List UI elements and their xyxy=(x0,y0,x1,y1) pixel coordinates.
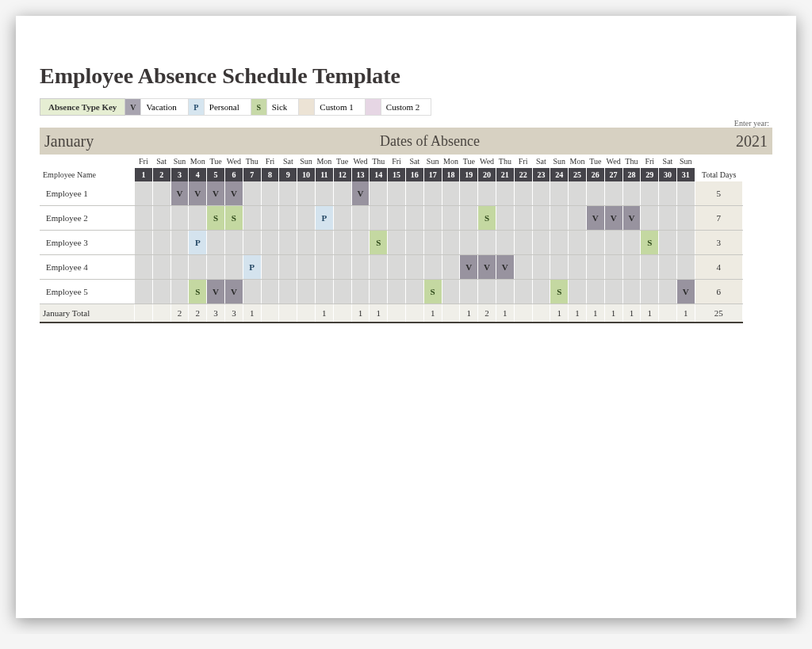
day-cell xyxy=(243,280,262,304)
date-header: 10 xyxy=(297,168,316,181)
corner-blank xyxy=(40,155,135,168)
day-cell xyxy=(370,255,388,279)
day-cell: V xyxy=(225,280,243,304)
day-cell xyxy=(279,206,297,230)
day-total: 1 xyxy=(243,304,262,322)
day-cell xyxy=(279,231,297,254)
day-cell xyxy=(659,255,677,279)
day-cell xyxy=(515,206,533,230)
date-header: 3 xyxy=(171,168,190,181)
day-cell xyxy=(533,181,551,205)
day-cell xyxy=(352,280,370,304)
employee-total: 7 xyxy=(695,206,743,230)
legend-swatch: P xyxy=(189,99,205,115)
date-header: 28 xyxy=(623,168,642,181)
day-cell xyxy=(388,181,406,205)
day-cell: V xyxy=(460,255,478,279)
date-header: 21 xyxy=(496,168,515,181)
day-cell: S xyxy=(370,231,388,254)
date-header: 4 xyxy=(189,168,207,181)
dow-header: Thu xyxy=(243,155,262,168)
year-label: 2021 xyxy=(720,132,768,151)
dow-header: Fri xyxy=(388,155,406,168)
day-cell xyxy=(659,206,677,230)
employee-name: Employee 1 xyxy=(40,181,135,205)
day-cell xyxy=(153,231,171,254)
dow-header: Sat xyxy=(533,155,551,168)
day-total: 1 xyxy=(623,304,642,322)
dow-header: Sat xyxy=(406,155,424,168)
day-cell xyxy=(605,231,623,254)
date-header: 22 xyxy=(515,168,533,181)
day-cell xyxy=(153,206,171,230)
day-cell xyxy=(135,255,153,279)
day-total: 1 xyxy=(587,304,605,322)
day-cell xyxy=(262,280,280,304)
day-cell xyxy=(316,280,334,304)
day-cell xyxy=(424,255,442,279)
legend-item: Custom 1 xyxy=(299,98,365,116)
day-cell: S xyxy=(641,231,659,254)
day-cell xyxy=(442,206,461,230)
day-cell xyxy=(135,181,153,205)
day-cell: S xyxy=(189,280,207,304)
day-cell: V xyxy=(171,181,190,205)
day-cell xyxy=(569,231,587,254)
date-header: 26 xyxy=(587,168,605,181)
day-cell xyxy=(533,255,551,279)
day-cell: V xyxy=(623,206,642,230)
day-cell xyxy=(677,181,695,205)
legend-swatch: S xyxy=(251,99,267,115)
day-cell xyxy=(515,181,533,205)
day-cell xyxy=(370,181,388,205)
dow-header: Tue xyxy=(207,155,225,168)
day-cell xyxy=(677,255,695,279)
day-cell xyxy=(334,206,352,230)
day-cell xyxy=(135,206,153,230)
dow-header: Sun xyxy=(550,155,569,168)
day-cell: V xyxy=(587,206,605,230)
day-cell xyxy=(460,206,478,230)
employee-name: Employee 3 xyxy=(40,231,135,254)
employee-total: 6 xyxy=(695,280,743,304)
day-cell xyxy=(424,231,442,254)
legend-label: Custom 1 xyxy=(315,102,364,112)
dow-header: Thu xyxy=(370,155,388,168)
schedule-header: January Dates of Absence 2021 xyxy=(40,128,772,155)
date-header: 19 xyxy=(460,168,478,181)
dow-header: Mon xyxy=(316,155,334,168)
day-cell xyxy=(460,231,478,254)
day-cell xyxy=(135,231,153,254)
day-cell xyxy=(316,231,334,254)
day-total: 1 xyxy=(496,304,515,322)
date-header: 11 xyxy=(316,168,334,181)
day-cell xyxy=(171,255,190,279)
day-cell xyxy=(533,206,551,230)
dow-header: Fri xyxy=(262,155,280,168)
day-cell: S xyxy=(424,280,442,304)
dow-header: Sun xyxy=(171,155,190,168)
day-cell xyxy=(171,206,190,230)
dow-header: Sat xyxy=(279,155,297,168)
day-cell xyxy=(533,231,551,254)
day-cell xyxy=(460,280,478,304)
day-cell xyxy=(569,280,587,304)
day-cell xyxy=(569,206,587,230)
day-cell xyxy=(352,231,370,254)
dow-header: Wed xyxy=(478,155,496,168)
employee-total: 5 xyxy=(695,181,743,205)
day-total xyxy=(533,304,551,322)
day-cell xyxy=(533,280,551,304)
day-total xyxy=(515,304,533,322)
totals-label: January Total xyxy=(40,304,135,322)
date-header: 5 xyxy=(207,168,225,181)
day-cell xyxy=(352,255,370,279)
date-header: 17 xyxy=(424,168,442,181)
legend-label: Custom 2 xyxy=(381,102,431,112)
day-cell xyxy=(641,255,659,279)
day-cell: S xyxy=(225,206,243,230)
day-cell xyxy=(297,206,316,230)
day-cell xyxy=(442,181,461,205)
dow-header: Wed xyxy=(352,155,370,168)
day-cell: S xyxy=(207,206,225,230)
